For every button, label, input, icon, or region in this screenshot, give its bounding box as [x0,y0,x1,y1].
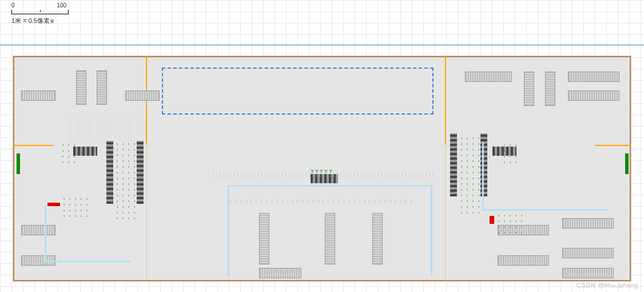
track-10[interactable] [465,72,512,82]
track-18[interactable] [562,248,614,258]
track-11[interactable] [524,72,534,106]
right-door[interactable] [625,153,629,174]
sensor-cluster-3[interactable]: ‹‹‹‹‹‹‹‹‹‹‹‹‹‹‹‹‹‹‹‹‹‹‹‹‹‹‹‹‹‹‹‹‹‹‹‹‹‹‹‹… [459,136,481,215]
path-2 [482,142,608,211]
watermark: CSDN @hhu.qihang [577,282,638,289]
wall-divider-2-top [445,56,446,145]
path-0 [45,205,130,262]
track-12[interactable] [545,72,555,106]
rack-v-1[interactable] [137,141,144,204]
rack-v-0[interactable] [106,141,113,204]
scale-conversion-text: 1米 = 0.5像素※ [11,17,69,25]
track-0[interactable] [21,90,55,101]
track-16[interactable] [498,255,549,266]
track-1[interactable] [76,70,86,105]
faint-ticks-left [68,119,148,142]
sensor-cluster-0[interactable]: ›››››››››››› [61,143,77,165]
scale-bar [11,10,69,14]
simulation-canvas[interactable]: ››››››››››››››››››››››››››››››››››››››››… [13,56,631,282]
track-17[interactable] [562,218,614,228]
wall-right [630,56,631,281]
wall-bottom [13,280,631,281]
track-19[interactable] [562,268,614,278]
track-13[interactable] [568,72,619,82]
red-right[interactable] [490,216,494,224]
track-3[interactable] [125,90,160,101]
wall-top [13,56,631,57]
wall-left [13,56,14,281]
tick-row [213,172,436,177]
rack-v-2[interactable] [450,133,457,196]
sensor-cluster-5[interactable]: ›››››››››››››››››››› [496,214,524,235]
wall-divider-1-bottom [146,145,147,282]
scale-ruler: 0 100 1米 = 0.5像素※ [11,2,69,25]
rack-h-0[interactable] [73,147,97,156]
sparkle-icon: ※ [50,18,54,24]
scale-end: 100 [57,2,67,9]
faint-arrows-row: vvvvvvvvvvvvvvvvvvvvvvvvvvvvvvvvvvvv [229,198,432,206]
track-2[interactable] [97,70,107,105]
dashed-zone[interactable] [162,68,434,115]
wall-divider-2-bottom [445,145,446,282]
track-14[interactable] [568,90,619,101]
scale-start: 0 [11,2,15,9]
left-door[interactable] [17,153,20,174]
horizontal-rule-blue [0,45,644,45]
wall-stub-left [13,145,53,146]
